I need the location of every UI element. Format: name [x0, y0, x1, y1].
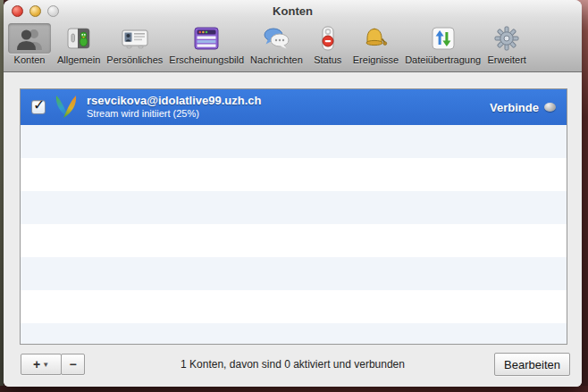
- empty-list-row: [21, 224, 567, 257]
- empty-list-row: [21, 257, 567, 290]
- toolbar-item-status[interactable]: Status: [309, 23, 347, 65]
- toolbar-label: Nachrichten: [250, 54, 303, 65]
- appearance-icon: [187, 23, 226, 54]
- account-name: rsevcikova@idolatlive99.uzh.ch: [87, 94, 482, 108]
- toolbar-label: Allgemein: [57, 54, 100, 65]
- advanced-gear-icon: [487, 23, 526, 54]
- toolbar-label: Dateiübertragung: [405, 54, 481, 65]
- account-text: rsevcikova@idolatlive99.uzh.ch Stream wi…: [87, 94, 482, 121]
- toolbar-item-file-transfer[interactable]: Dateiübertragung: [405, 23, 481, 65]
- accounts-icon: [8, 23, 51, 54]
- toolbar-item-personal[interactable]: Persönliches: [106, 23, 163, 65]
- window-header: Konten Konten: [4, 0, 582, 72]
- account-enabled-checkbox[interactable]: ✓: [31, 100, 46, 114]
- toolbar-label: Erweitert: [487, 54, 525, 65]
- general-icon: [60, 23, 97, 54]
- titlebar[interactable]: Konten: [4, 0, 582, 22]
- empty-list-row: [21, 158, 567, 191]
- messages-icon: [256, 23, 297, 54]
- account-status: Stream wird initiiert (25%): [87, 108, 482, 121]
- account-action: Verbinde: [490, 101, 556, 114]
- file-transfer-icon: [424, 23, 462, 54]
- window-title: Konten: [4, 4, 582, 18]
- personal-info-icon: [114, 23, 155, 54]
- connect-action-label: Verbinde: [490, 101, 539, 114]
- toolbar-label: Status: [314, 54, 341, 65]
- empty-list-row: [21, 191, 567, 224]
- toolbar-label: Konten: [14, 54, 46, 65]
- toolbar-label: Erscheinungsbild: [169, 54, 244, 65]
- checkmark-icon: ✓: [33, 96, 45, 113]
- toolbar-item-accounts[interactable]: Konten: [8, 23, 51, 65]
- preferences-window: Konten Konten: [4, 0, 582, 387]
- toolbar-item-appearance[interactable]: Erscheinungsbild: [169, 23, 244, 65]
- toolbar-label: Persönliches: [106, 54, 163, 65]
- empty-list-row: [21, 323, 567, 345]
- toolbar-item-general[interactable]: Allgemein: [57, 23, 100, 65]
- accounts-list: ✓: [20, 88, 567, 345]
- toolbar-item-messages[interactable]: Nachrichten: [250, 23, 303, 65]
- preferences-toolbar: Konten Allgemein: [4, 22, 582, 65]
- empty-list-row: [21, 125, 567, 158]
- toolbar-item-events[interactable]: Ereignisse: [353, 23, 399, 65]
- desktop-wallpaper-bottom: [0, 386, 588, 392]
- toolbar-item-advanced[interactable]: Erweitert: [487, 23, 526, 65]
- account-row[interactable]: ✓: [21, 89, 567, 125]
- xmpp-feathers-icon: [54, 95, 79, 120]
- empty-list-row: [21, 290, 567, 323]
- status-icon: [309, 23, 347, 54]
- connecting-status-bubble-icon: [544, 103, 556, 112]
- accounts-pane: ✓: [4, 73, 582, 387]
- events-bell-icon: [356, 23, 395, 54]
- edit-button[interactable]: Bearbeiten: [494, 353, 570, 376]
- toolbar-label: Ereignisse: [353, 54, 399, 65]
